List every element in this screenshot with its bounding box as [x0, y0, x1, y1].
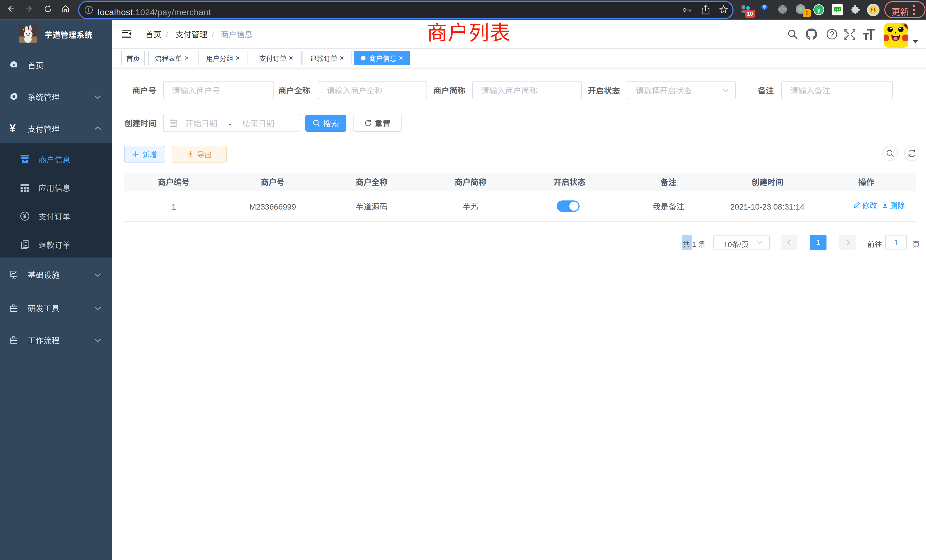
svg-text:y: y [817, 6, 821, 14]
